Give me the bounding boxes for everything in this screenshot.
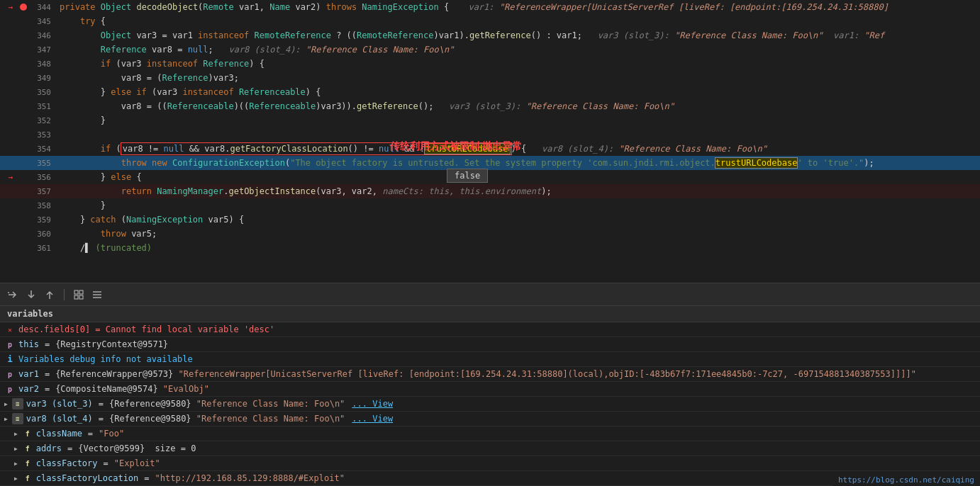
icon-347	[6, 45, 16, 55]
step-over-button[interactable]	[6, 288, 20, 302]
code-line-348: 348 if (var3 instanceof Reference) {	[0, 57, 980, 71]
icon2-355	[18, 158, 28, 168]
icon-354	[6, 144, 16, 154]
var-desc-error: desc.fields[0] = Cannot find local varia…	[18, 324, 274, 334]
line-content-352: }	[57, 115, 980, 125]
gutter-360: 360	[0, 229, 57, 239]
icon-348	[6, 59, 16, 69]
expand-classfactory[interactable]: ▶	[14, 460, 18, 467]
icon-352	[6, 115, 16, 125]
icon-356: →	[6, 172, 16, 182]
gutter-344: → 344	[0, 2, 57, 12]
line-dot-344	[18, 2, 28, 12]
panel-header: variables	[0, 306, 980, 322]
icon2-356	[18, 172, 28, 182]
svg-rect-2	[74, 295, 78, 299]
icon2-361	[18, 243, 28, 253]
gutter-357: 357	[0, 186, 57, 196]
line-num-351: 351	[31, 102, 51, 111]
icon-349	[6, 73, 16, 83]
var-value-classfactory: "Exploit"	[114, 458, 160, 468]
expand-var8[interactable]: ▶	[4, 416, 8, 422]
code-line-350: 350 } else if (var3 instanceof Reference…	[0, 85, 980, 99]
gutter-347: 347	[0, 45, 57, 55]
line-num-349: 349	[31, 74, 51, 83]
grid-view-button[interactable]	[72, 288, 86, 302]
line-content-344: private Object decodeObject(Remote var1,…	[57, 2, 980, 12]
var-name-var8: var8 (slot_4)	[26, 414, 93, 424]
var-row-classfactory: ▶ f classFactory = "Exploit"	[0, 456, 980, 471]
icon2-358	[18, 200, 28, 210]
line-content-358: }	[57, 200, 980, 210]
icon2-354	[18, 144, 28, 154]
gutter-359: 359	[0, 215, 57, 225]
step-into-button[interactable]	[24, 288, 38, 302]
expand-var3[interactable]: ▶	[4, 401, 8, 407]
list-view-button[interactable]	[90, 288, 104, 302]
var-info-text: Variables debug info not available	[18, 354, 193, 364]
line-num-360: 360	[31, 230, 51, 239]
icon-351	[6, 101, 16, 111]
line-num-353: 353	[31, 130, 51, 140]
icon-358	[6, 200, 16, 210]
code-line-351: 351 var8 = ((Referenceable)((Referenceab…	[0, 99, 980, 113]
line-content-361: /▌ (truncated)	[57, 243, 980, 253]
line-content-360: throw var5;	[57, 229, 980, 239]
line-num-345: 345	[31, 17, 51, 26]
url-bar: https://blog.csdn.net/caiqing	[833, 474, 980, 486]
expand-classname[interactable]: ▶	[14, 431, 18, 437]
gutter-353: 353	[0, 130, 57, 140]
line-arrow-344: →	[6, 2, 16, 12]
line-num-356: 356	[31, 173, 51, 182]
line-content-350: } else if (var3 instanceof Referenceable…	[57, 87, 980, 97]
code-line-358: 358 }	[0, 198, 980, 213]
icon-360	[6, 229, 16, 239]
icon2-349	[18, 73, 28, 83]
svg-rect-3	[79, 295, 83, 299]
var-row-info: i Variables debug info not available	[0, 352, 980, 367]
step-out-button[interactable]	[43, 288, 57, 302]
line-num-346: 346	[31, 31, 51, 40]
gutter-350: 350	[0, 87, 57, 97]
expand-classfactorylocation[interactable]: ▶	[14, 475, 18, 482]
var-type-list-var8: ≡	[12, 413, 23, 424]
code-line-346: 346 Object var3 = var1 instanceof Remote…	[0, 28, 980, 43]
error-icon: ✕	[4, 324, 16, 335]
gutter-348: 348	[0, 59, 57, 69]
line-content-353	[57, 130, 980, 140]
line-content-359: } catch (NamingException var5) {	[57, 215, 980, 225]
var-row-var1: p var1 = {ReferenceWrapper@9573} "Refere…	[0, 367, 980, 382]
var-value-var8: {Reference@9580} "Reference Class Name: …	[109, 414, 345, 424]
var-type-p-var1: p	[4, 368, 16, 380]
icon2-357	[18, 186, 28, 196]
var-row-var2: p var2 = {CompositeName@9574} "EvalObj"	[0, 382, 980, 397]
line-content-355: throw new ConfigurationException("The ob…	[57, 158, 980, 168]
gutter-351: 351	[0, 101, 57, 111]
var-type-list-var3: ≡	[12, 398, 23, 409]
code-line-356: → 356 } else {	[0, 170, 980, 184]
var-row-this: p this = {RegistryContext@9571}	[0, 337, 980, 352]
icon2-352	[18, 115, 28, 125]
var-row-addrs: ▶ f addrs = {Vector@9599} size = 0	[0, 441, 980, 456]
gutter-356: → 356	[0, 172, 57, 182]
var-name-classname: className	[36, 429, 82, 439]
var-value-addrs: {Vector@9599} size = 0	[78, 443, 196, 453]
view-link-var8[interactable]: ... View	[352, 414, 393, 424]
icon2-347	[18, 45, 28, 55]
icon2-348	[18, 59, 28, 69]
code-line-355: 355 throw new ConfigurationException("Th…	[0, 156, 980, 170]
var-value-this: {RegistryContext@9571}	[55, 339, 168, 349]
line-num-358: 358	[31, 201, 51, 210]
gutter-352: 352	[0, 115, 57, 125]
view-link-var3[interactable]: ... View	[352, 399, 393, 409]
info-icon: i	[4, 354, 16, 365]
var-type-p-var2: p	[4, 383, 16, 395]
line-content-357: return NamingManager.getObjectInstance(v…	[57, 186, 980, 196]
icon2-345	[18, 16, 28, 26]
line-num-350: 350	[31, 88, 51, 97]
gutter-358: 358	[0, 200, 57, 210]
gutter-349: 349	[0, 73, 57, 83]
expand-addrs[interactable]: ▶	[14, 446, 18, 452]
code-line-361: 361 /▌ (truncated)	[0, 241, 980, 255]
line-num-355: 355	[31, 159, 51, 168]
